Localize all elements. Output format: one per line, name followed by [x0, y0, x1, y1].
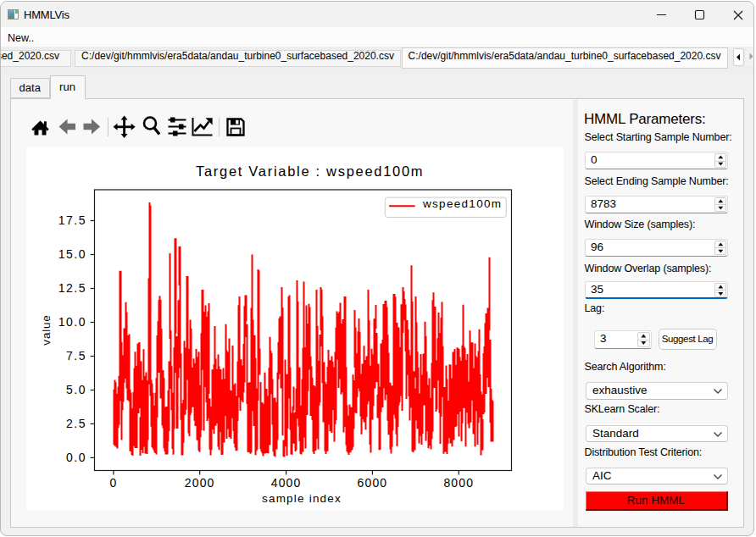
svg-text:12.5: 12.5: [58, 281, 86, 295]
svg-text:sample index: sample index: [262, 492, 342, 505]
svg-text:6000: 6000: [358, 476, 388, 490]
svg-text:2.5: 2.5: [66, 417, 86, 430]
svg-text:4000: 4000: [271, 476, 302, 490]
svg-text:wspeed100m: wspeed100m: [422, 197, 502, 210]
svg-text:0: 0: [109, 476, 117, 490]
svg-text:15.0: 15.0: [58, 247, 86, 261]
svg-text:0.0: 0.0: [66, 451, 86, 464]
svg-text:10.0: 10.0: [58, 315, 86, 329]
svg-text:2000: 2000: [185, 476, 215, 490]
svg-text:7.5: 7.5: [66, 349, 86, 363]
svg-text:17.5: 17.5: [58, 213, 86, 227]
svg-text:5.0: 5.0: [66, 383, 86, 396]
svg-text:8000: 8000: [443, 476, 474, 490]
svg-text:Target Variable : wspeed100m: Target Variable : wspeed100m: [196, 163, 424, 179]
svg-text:value: value: [40, 314, 53, 345]
